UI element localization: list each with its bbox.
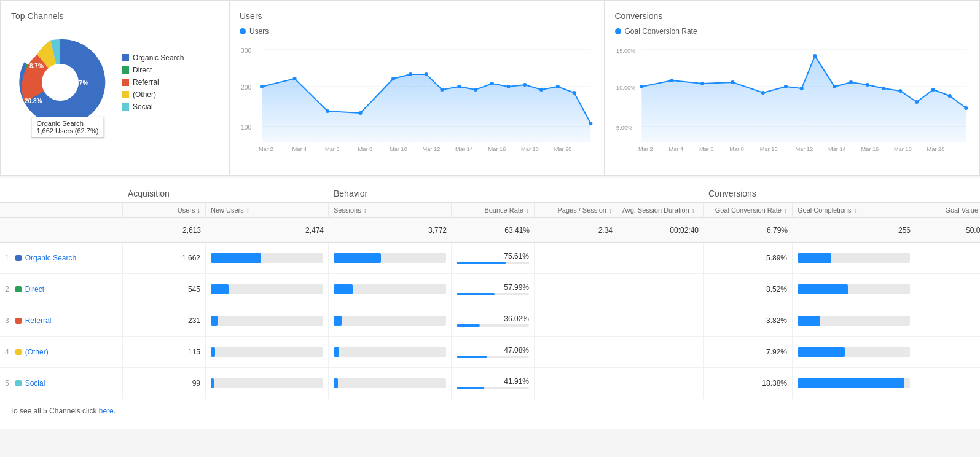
row-pages-1 <box>535 274 617 305</box>
col-header-gcr[interactable]: Goal Conversion Rate ↕ <box>704 203 793 217</box>
col-header-users[interactable]: Users ↓ <box>123 203 206 217</box>
row-bounce-2: 36.02% <box>452 305 535 336</box>
svg-point-51 <box>882 87 885 90</box>
row-completions-bar-4 <box>793 368 915 399</box>
col-header-completions[interactable]: Goal Completions ↕ <box>793 203 915 217</box>
channel-link[interactable]: Referral <box>25 316 52 325</box>
completions-bar-outer <box>798 378 910 388</box>
row-sessions-bar-4 <box>329 368 452 399</box>
svg-text:Mar 12: Mar 12 <box>423 146 441 152</box>
sessions-bar-outer <box>334 253 446 263</box>
completions-bar-outer <box>798 347 910 357</box>
row-bounce-0: 75.61% <box>452 243 535 273</box>
legend-label: (Other) <box>133 90 156 99</box>
row-gcr-4: 18.38% <box>704 368 793 399</box>
total-completions: 256 <box>793 222 915 238</box>
bounce-bar <box>457 356 487 358</box>
col-header-goalvalue[interactable]: Goal Value ↕ <box>915 203 980 217</box>
row-num: 3 <box>5 316 9 325</box>
svg-point-13 <box>425 72 428 76</box>
completions-bar-inner <box>798 253 831 263</box>
conversions-legend: Goal Conversion Rate <box>615 27 970 36</box>
svg-text:Mar 14: Mar 14 <box>455 146 473 152</box>
svg-text:Mar 18: Mar 18 <box>893 146 911 152</box>
svg-text:100: 100 <box>241 124 252 131</box>
row-channel-0: 1 Organic Search <box>0 243 123 273</box>
gcr-sort-icon: ↕ <box>784 207 787 214</box>
row-completions-bar-1 <box>793 274 915 305</box>
conversions-chart: 15.00% 10.00% 5.00% <box>615 41 970 163</box>
channel-link[interactable]: Social <box>25 379 45 388</box>
total-sessions: 3,772 <box>329 222 452 238</box>
pie-chart: 62.7% 20.8% 8.7% Organic Search 1,662 Us… <box>11 33 109 131</box>
row-newusers-bar-0 <box>206 243 329 273</box>
row-duration-2 <box>617 305 704 336</box>
bounce-sort-icon: ↕ <box>526 207 529 214</box>
table-row: 5 Social 99 41.91% <box>0 368 980 399</box>
row-users-2: 231 <box>123 305 206 336</box>
total-new-users: 2,474 <box>206 222 329 238</box>
footer-suffix: . <box>114 407 116 415</box>
channel-color-dot <box>15 380 22 386</box>
row-newusers-bar-1 <box>206 274 329 305</box>
col-header-pages[interactable]: Pages / Session ↕ <box>535 203 617 217</box>
row-goalvalue-4 <box>915 368 980 399</box>
legend-color <box>122 66 129 74</box>
col-header-channel <box>0 203 123 217</box>
col-header-duration[interactable]: Avg. Session Duration ↕ <box>617 203 704 217</box>
svg-text:Mar 20: Mar 20 <box>927 146 944 152</box>
channel-color-dot <box>15 318 22 324</box>
newusers-bar-outer <box>211 253 323 263</box>
row-duration-0 <box>617 243 704 273</box>
svg-text:Mar 10: Mar 10 <box>759 146 777 152</box>
conversions-legend-dot <box>615 28 621 34</box>
channel-link[interactable]: (Other) <box>25 348 49 356</box>
svg-point-20 <box>539 88 543 92</box>
svg-text:5.00%: 5.00% <box>616 125 632 131</box>
row-goalvalue-2 <box>915 305 980 336</box>
bounce-bar <box>457 387 484 389</box>
pages-sort-icon: ↕ <box>609 207 612 214</box>
top-channels-panel: Top Channels 62.7% <box>1 1 229 175</box>
legend-label: Direct <box>133 66 152 74</box>
svg-point-7 <box>260 85 264 88</box>
completions-bar-inner <box>798 347 845 357</box>
footer-link[interactable]: here <box>99 407 114 415</box>
svg-point-19 <box>523 83 527 87</box>
svg-point-18 <box>506 85 510 88</box>
svg-point-15 <box>457 85 461 88</box>
totals-row: 2,613 2,474 3,772 63.41% 2.34 00:02:40 6… <box>0 218 980 243</box>
column-headers: Users ↓ New Users ↕ Sessions ↕ Bounce Ra… <box>0 203 980 218</box>
row-users-3: 115 <box>123 337 206 367</box>
legend-color <box>122 79 129 86</box>
col-header-bounce[interactable]: Bounce Rate ↕ <box>452 203 535 217</box>
table-rows: 1 Organic Search 1,662 75.61% <box>0 243 980 399</box>
sessions-bar-outer <box>334 347 446 357</box>
behavior-section-header: Behavior <box>329 189 704 198</box>
svg-point-17 <box>490 82 494 85</box>
bounce-bar <box>457 262 506 264</box>
table-row: 3 Referral 231 36.02% <box>0 305 980 337</box>
total-pages: 2.34 <box>535 222 617 238</box>
legend-color <box>122 103 129 111</box>
svg-point-42 <box>700 82 704 85</box>
row-num: 4 <box>5 348 9 356</box>
users-chart: 300 200 100 <box>240 41 594 163</box>
newusers-bar-inner <box>211 284 229 294</box>
row-gcr-2: 3.82% <box>704 305 793 336</box>
row-pages-3 <box>535 337 617 367</box>
svg-text:Mar 4: Mar 4 <box>668 146 683 152</box>
col-header-sessions[interactable]: Sessions ↕ <box>329 203 452 217</box>
completions-sort-icon: ↕ <box>853 207 857 214</box>
svg-point-50 <box>865 83 869 87</box>
svg-text:Mar 6: Mar 6 <box>325 146 340 152</box>
conversions-panel: Conversions Goal Conversion Rate 15.00% … <box>605 1 979 175</box>
bounce-bar-bg <box>457 356 529 358</box>
row-completions-bar-0 <box>793 243 915 273</box>
col-header-new-users[interactable]: New Users ↕ <box>206 203 329 217</box>
newusers-bar-inner <box>211 253 261 263</box>
channel-link[interactable]: Direct <box>25 285 44 294</box>
channel-link[interactable]: Organic Search <box>25 254 76 262</box>
row-sessions-bar-0 <box>329 243 452 273</box>
bounce-value: 47.08% <box>504 346 529 354</box>
